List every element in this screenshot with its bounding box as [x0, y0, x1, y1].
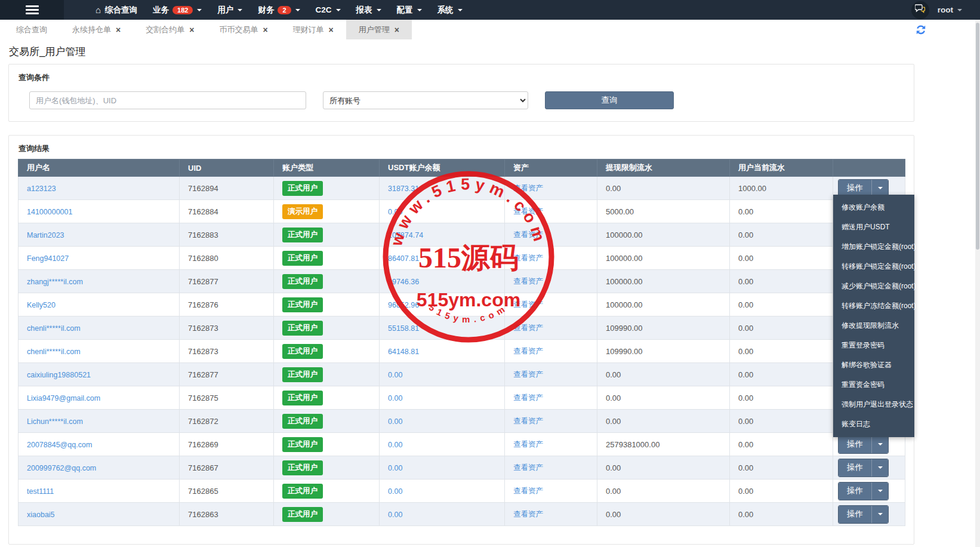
usdt-balance-link[interactable]: 99746.36	[388, 278, 419, 286]
action-menu-item[interactable]: 增加账户锁定金额(root)	[833, 237, 914, 257]
scrollbar-thumb[interactable]	[976, 23, 979, 250]
action-menu-item[interactable]: 转移账户冻结金额(root)	[833, 296, 914, 316]
usdt-balance-link[interactable]: 96852.96	[388, 301, 419, 309]
nav-item-C2C[interactable]: C2C	[308, 0, 349, 20]
usdt-balance-link[interactable]: 107874.74	[388, 231, 423, 239]
usdt-balance-link[interactable]: 55158.81	[388, 324, 419, 333]
usdt-balance-link[interactable]: 86407.81	[388, 254, 419, 263]
usdt-balance-link[interactable]: 0.00	[388, 464, 402, 472]
view-assets-link[interactable]: 查看资产	[513, 463, 543, 472]
refresh-button[interactable]	[915, 24, 927, 36]
tab-close-icon[interactable]: ×	[263, 26, 267, 34]
action-menu-item[interactable]: 解绑谷歌验证器	[833, 355, 914, 375]
usdt-balance-link[interactable]: 31873.31	[388, 185, 419, 193]
usdt-balance-link[interactable]: 0.00	[388, 394, 402, 402]
tab-理财订单[interactable]: 理财订单×	[281, 20, 346, 39]
view-assets-link[interactable]: 查看资产	[513, 347, 543, 355]
nav-item-系统[interactable]: 系统	[430, 0, 470, 20]
action-menu-item[interactable]: 修改提现限制流水	[833, 316, 914, 336]
username-link[interactable]: caixiuling19880521	[27, 371, 91, 379]
view-assets-link[interactable]: 查看资产	[513, 324, 543, 332]
username-link[interactable]: 200999762@qq.com	[27, 464, 96, 472]
username-link[interactable]: Kelly520	[27, 301, 56, 309]
view-assets-link[interactable]: 查看资产	[513, 487, 543, 495]
view-assets-link[interactable]: 查看资产	[513, 394, 543, 402]
view-assets-link[interactable]: 查看资产	[513, 417, 543, 425]
username-link[interactable]: chenli*****il.com	[27, 348, 81, 356]
usdt-balance-link[interactable]: 0.00	[388, 487, 402, 496]
action-caret-button[interactable]	[871, 459, 888, 477]
username-link[interactable]: a123123	[27, 185, 56, 193]
nav-item-财务[interactable]: 财务2	[250, 0, 307, 20]
nav-item-配置[interactable]: 配置	[389, 0, 430, 20]
action-menu-item[interactable]: 重置资金密码	[833, 375, 914, 395]
account-type-select[interactable]: 所有账号	[323, 91, 528, 109]
username-link[interactable]: xiaobai5	[27, 511, 55, 519]
view-assets-link[interactable]: 查看资产	[513, 254, 543, 262]
username-link[interactable]: zhangj*****il.com	[27, 278, 83, 286]
action-menu-item[interactable]: 重置登录密码	[833, 336, 914, 355]
username-link[interactable]: Feng941027	[27, 254, 69, 263]
nav-item-业务[interactable]: 业务182	[145, 0, 209, 20]
usdt-balance-link[interactable]: 0.00	[388, 441, 402, 449]
usdt-balance-link[interactable]: 64148.81	[388, 348, 419, 356]
action-caret-button[interactable]	[871, 483, 888, 500]
action-menu-item[interactable]: 账变日志	[833, 414, 914, 434]
table-row: xiaobai57162863正式用户0.00查看资产0.000.00操作	[19, 503, 905, 526]
view-assets-link[interactable]: 查看资产	[513, 300, 543, 309]
view-assets-link[interactable]: 查看资产	[513, 277, 543, 285]
view-assets-link[interactable]: 查看资产	[513, 370, 543, 379]
sidebar-toggle-button[interactable]	[0, 0, 64, 20]
username-link[interactable]: chenli*****il.com	[27, 324, 81, 333]
action-button[interactable]: 操作	[839, 459, 871, 477]
view-assets-link[interactable]: 查看资产	[513, 440, 543, 448]
user-menu-button[interactable]: root	[938, 5, 962, 14]
chat-button[interactable]	[911, 1, 929, 19]
view-assets-link[interactable]: 查看资产	[513, 184, 543, 192]
action-button[interactable]: 操作	[839, 483, 871, 500]
tab-交割合约单[interactable]: 交割合约单×	[133, 20, 207, 39]
username-link[interactable]: Martin2023	[27, 231, 64, 239]
view-assets-link[interactable]: 查看资产	[513, 231, 543, 239]
action-menu-item[interactable]: 修改账户余额	[833, 198, 914, 217]
username-link[interactable]: test1111	[27, 487, 54, 496]
action-menu-item[interactable]: 赠送用户USDT	[833, 217, 914, 237]
action-menu-item[interactable]: 强制用户退出登录状态	[833, 395, 914, 414]
tab-close-icon[interactable]: ×	[189, 26, 194, 34]
tab-币币交易单[interactable]: 币币交易单×	[207, 20, 280, 39]
chevron-down-icon	[878, 443, 883, 445]
username-link[interactable]: Lixia9479@gmail.com	[27, 394, 100, 402]
action-button[interactable]: 操作	[839, 436, 871, 453]
nav-item-label: 用户	[217, 5, 233, 16]
username-search-input[interactable]	[29, 91, 306, 109]
tab-close-icon[interactable]: ×	[116, 26, 121, 34]
nav-item-综合查询[interactable]: ⌂综合查询	[88, 0, 145, 20]
query-controls: 所有账号 查询	[29, 91, 904, 109]
username-link[interactable]: 20078845@qq.com	[27, 441, 92, 449]
action-split-button: 操作	[838, 482, 889, 500]
column-header: USDT账户余额	[380, 159, 505, 177]
tab-综合查询[interactable]: 综合查询	[4, 20, 60, 39]
action-caret-button[interactable]	[871, 506, 888, 523]
usdt-balance-link[interactable]: 0.00	[388, 208, 402, 216]
usdt-balance-link[interactable]: 0.00	[388, 417, 402, 426]
tab-永续持仓单[interactable]: 永续持仓单×	[60, 20, 133, 39]
view-assets-link[interactable]: 查看资产	[513, 510, 543, 518]
users-table: 用户名UID账户类型USDT账户余额资产提现限制流水用户当前流水 a123123…	[18, 159, 905, 526]
username-link[interactable]: 14100000001	[27, 208, 72, 216]
nav-item-报表[interactable]: 报表	[349, 0, 389, 20]
tab-close-icon[interactable]: ×	[395, 26, 399, 34]
results-panel-title: 查询结果	[9, 136, 914, 154]
action-caret-button[interactable]	[871, 436, 888, 453]
tab-用户管理[interactable]: 用户管理×	[346, 20, 412, 39]
action-button[interactable]: 操作	[839, 506, 871, 523]
tab-close-icon[interactable]: ×	[329, 26, 334, 34]
view-assets-link[interactable]: 查看资产	[513, 207, 543, 216]
search-button[interactable]: 查询	[545, 91, 674, 109]
nav-item-用户[interactable]: 用户	[209, 0, 250, 20]
username-link[interactable]: Lichun*****il.com	[27, 417, 83, 426]
usdt-balance-link[interactable]: 0.00	[388, 371, 402, 379]
action-menu-item[interactable]: 转移账户锁定金额(root)	[833, 257, 914, 276]
action-menu-item[interactable]: 减少账户锁定金额(root)	[833, 276, 914, 296]
usdt-balance-link[interactable]: 0.00	[388, 511, 402, 519]
